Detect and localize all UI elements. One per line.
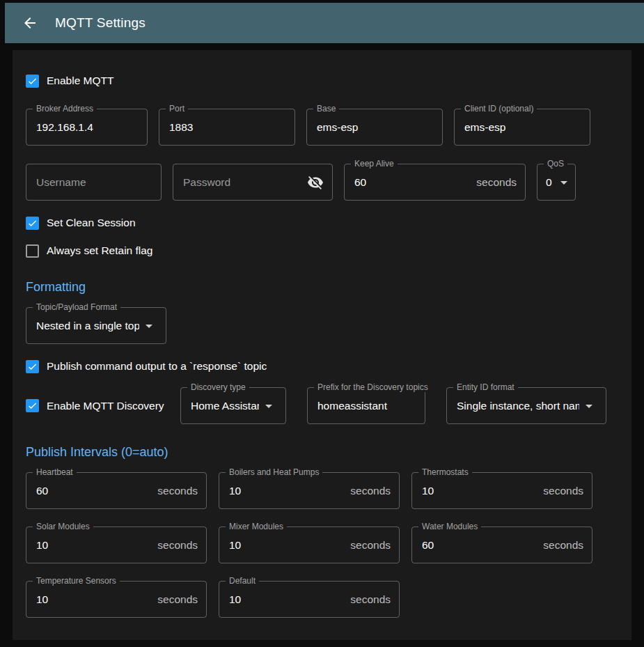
mixer-interval-field[interactable]: Mixer Modules seconds <box>219 527 400 563</box>
topic-format-label: Topic/Payload Format <box>33 302 120 312</box>
publish-intervals-heading: Publish Intervals (0=auto) <box>26 445 618 460</box>
client-id-label: Client ID (optional) <box>461 104 537 114</box>
discovery-type-label: Discovery type <box>187 382 249 392</box>
qos-label: QoS <box>544 159 567 169</box>
entity-id-format-value: Single instance, short name <box>457 400 579 412</box>
credentials-row: Keep Alive seconds QoS 0 <box>26 164 618 201</box>
broker-address-label: Broker Address <box>33 104 97 114</box>
mixer-interval-label: Mixer Modules <box>226 522 287 531</box>
settings-panel: Enable MQTT Broker Address Port Base Cli… <box>13 50 631 640</box>
entity-id-format-label: Entity ID format <box>453 382 518 392</box>
topic-format-value: Nested in a single topic <box>36 320 139 332</box>
check-icon <box>27 75 38 87</box>
check-icon <box>27 361 38 373</box>
client-id-field[interactable]: Client ID (optional) <box>454 109 590 146</box>
interval-suffix: seconds <box>543 485 583 497</box>
heartbeat-interval-field[interactable]: Heartbeat seconds <box>26 472 207 509</box>
publish-response-row: Publish command output to a `response` t… <box>26 358 618 375</box>
interval-suffix: seconds <box>350 485 391 497</box>
mqtt-discovery-row: Enable MQTT Discovery <box>26 398 180 414</box>
temperature-sensors-interval-label: Temperature Sensors <box>33 576 120 586</box>
interval-suffix: seconds <box>350 593 391 606</box>
thermostats-interval-field[interactable]: Thermostats seconds <box>411 472 592 509</box>
qos-select[interactable]: QoS 0 <box>537 164 576 201</box>
base-input[interactable] <box>317 121 434 134</box>
discovery-prefix-input[interactable] <box>317 400 416 412</box>
boilers-interval-input[interactable] <box>229 485 345 497</box>
port-input[interactable] <box>169 121 286 134</box>
discovery-prefix-label: Prefix for the Discovery topics <box>314 382 432 392</box>
clean-session-checkbox[interactable] <box>26 217 39 230</box>
default-interval-input[interactable] <box>229 593 345 606</box>
retain-flag-label: Always set Retain flag <box>47 244 153 257</box>
check-icon <box>27 400 38 412</box>
username-field[interactable] <box>26 164 162 201</box>
heartbeat-interval-input[interactable] <box>36 485 152 497</box>
broker-address-field[interactable]: Broker Address <box>26 109 148 146</box>
app-bar: MQTT Settings <box>5 3 644 43</box>
default-interval-field[interactable]: Default seconds <box>219 581 400 618</box>
keep-alive-label: Keep Alive <box>351 159 398 169</box>
clean-session-row: Set Clean Session <box>26 215 618 231</box>
enable-mqtt-label: Enable MQTT <box>47 75 113 87</box>
discovery-row: Enable MQTT Discovery Discovery type Hom… <box>26 387 618 424</box>
interval-suffix: seconds <box>157 485 198 497</box>
interval-suffix: seconds <box>350 539 391 552</box>
qos-value: 0 <box>546 176 554 189</box>
topic-format-row: Topic/Payload Format Nested in a single … <box>26 307 618 344</box>
port-label: Port <box>166 104 188 114</box>
publish-response-checkbox[interactable] <box>26 360 39 373</box>
boilers-interval-field[interactable]: Boilers and Heat Pumps seconds <box>219 472 400 509</box>
keep-alive-suffix: seconds <box>476 176 517 189</box>
temperature-sensors-interval-input[interactable] <box>36 593 152 606</box>
page-title: MQTT Settings <box>55 15 146 31</box>
water-interval-label: Water Modules <box>418 522 481 531</box>
enable-mqtt-row: Enable MQTT <box>26 72 618 89</box>
clean-session-label: Set Clean Session <box>47 217 136 229</box>
keep-alive-field[interactable]: Keep Alive seconds <box>344 164 526 201</box>
interval-suffix: seconds <box>157 539 198 552</box>
solar-interval-label: Solar Modules <box>33 522 93 531</box>
arrow-back-icon <box>22 15 38 31</box>
thermostats-interval-input[interactable] <box>422 485 537 497</box>
water-interval-field[interactable]: Water Modules seconds <box>411 527 592 563</box>
username-input[interactable] <box>36 176 152 189</box>
base-label: Base <box>313 104 339 114</box>
thermostats-interval-label: Thermostats <box>418 467 472 477</box>
check-icon <box>27 217 38 229</box>
interval-suffix: seconds <box>543 539 583 552</box>
dropdown-arrow-icon <box>141 318 157 334</box>
broker-row: Broker Address Port Base Client ID (opti… <box>26 109 618 146</box>
solar-interval-input[interactable] <box>36 539 152 552</box>
discovery-type-select[interactable]: Discovery type Home Assistant <box>180 387 286 424</box>
entity-id-format-select[interactable]: Entity ID format Single instance, short … <box>446 387 606 424</box>
publish-response-label: Publish command output to a `response` t… <box>47 360 267 373</box>
mqtt-discovery-label: Enable MQTT Discovery <box>47 400 164 412</box>
temperature-sensors-interval-field[interactable]: Temperature Sensors seconds <box>26 581 207 618</box>
dropdown-arrow-icon <box>260 398 277 414</box>
password-field[interactable] <box>173 164 333 201</box>
interval-suffix: seconds <box>157 593 198 606</box>
retain-flag-checkbox[interactable] <box>26 244 39 258</box>
mqtt-discovery-checkbox[interactable] <box>26 399 39 412</box>
enable-mqtt-checkbox[interactable] <box>26 75 39 88</box>
formatting-heading: Formatting <box>26 280 618 295</box>
keep-alive-input[interactable] <box>354 176 471 189</box>
discovery-type-value: Home Assistant <box>191 400 259 412</box>
mixer-interval-input[interactable] <box>229 539 345 552</box>
default-interval-label: Default <box>226 576 259 586</box>
port-field[interactable]: Port <box>159 109 295 146</box>
base-field[interactable]: Base <box>306 109 443 146</box>
discovery-prefix-field[interactable]: Prefix for the Discovery topics <box>307 387 425 424</box>
broker-address-input[interactable] <box>36 121 139 134</box>
solar-interval-field[interactable]: Solar Modules seconds <box>26 527 207 563</box>
client-id-input[interactable] <box>464 121 581 134</box>
password-input[interactable] <box>183 176 307 189</box>
visibility-off-icon[interactable] <box>307 174 324 191</box>
boilers-interval-label: Boilers and Heat Pumps <box>226 467 322 477</box>
water-interval-input[interactable] <box>422 539 537 552</box>
back-button[interactable] <box>17 10 42 36</box>
topic-format-select[interactable]: Topic/Payload Format Nested in a single … <box>26 307 166 344</box>
dropdown-arrow-icon <box>556 174 572 191</box>
publish-intervals-grid: Heartbeat seconds Boilers and Heat Pumps… <box>26 472 618 618</box>
